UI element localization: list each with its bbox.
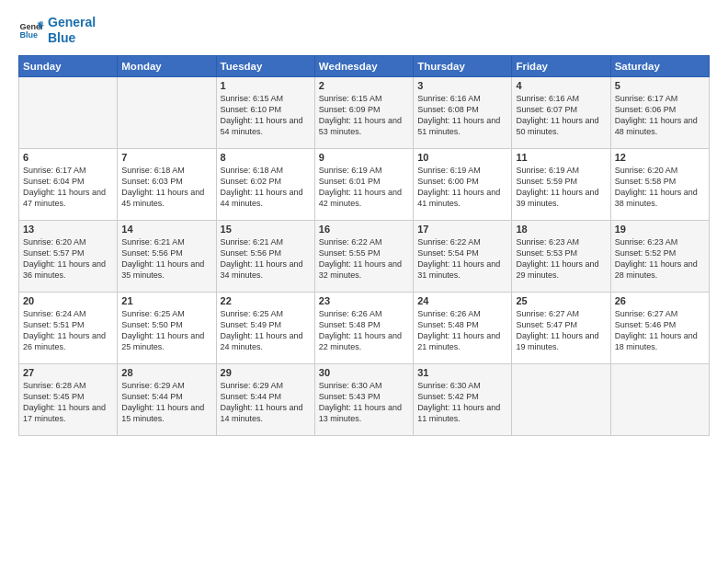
cell-info: Sunrise: 6:16 AMSunset: 6:08 PMDaylight:… [417,93,507,138]
calendar-cell [512,363,610,435]
cell-info: Sunrise: 6:15 AMSunset: 6:10 PMDaylight:… [221,93,311,138]
day-number: 28 [121,367,211,378]
day-number: 21 [121,295,211,306]
day-number: 26 [615,295,705,306]
cell-info: Sunrise: 6:18 AMSunset: 6:02 PMDaylight:… [221,165,311,210]
header-friday: Friday [512,55,610,76]
calendar-cell: 15Sunrise: 6:21 AMSunset: 5:56 PMDayligh… [216,220,314,292]
day-number: 16 [319,224,409,235]
calendar-cell: 30Sunrise: 6:30 AMSunset: 5:43 PMDayligh… [314,363,413,435]
cell-info: Sunrise: 6:27 AMSunset: 5:47 PMDaylight:… [516,308,606,353]
calendar-cell: 23Sunrise: 6:26 AMSunset: 5:48 PMDayligh… [314,292,413,363]
cell-info: Sunrise: 6:19 AMSunset: 6:01 PMDaylight:… [319,165,409,210]
cell-info: Sunrise: 6:19 AMSunset: 5:59 PMDaylight:… [516,165,606,210]
cell-info: Sunrise: 6:25 AMSunset: 5:50 PMDaylight:… [121,308,211,353]
cell-info: Sunrise: 6:24 AMSunset: 5:51 PMDaylight:… [23,308,113,353]
day-number: 18 [516,224,606,235]
calendar-cell: 17Sunrise: 6:22 AMSunset: 5:54 PMDayligh… [414,220,512,292]
calendar-cell: 10Sunrise: 6:19 AMSunset: 6:00 PMDayligh… [414,148,512,220]
cell-info: Sunrise: 6:21 AMSunset: 5:56 PMDaylight:… [121,236,211,282]
header-saturday: Saturday [610,55,709,76]
day-number: 12 [615,152,705,163]
calendar-cell: 26Sunrise: 6:27 AMSunset: 5:46 PMDayligh… [610,292,709,363]
cell-info: Sunrise: 6:29 AMSunset: 5:44 PMDaylight:… [121,380,211,425]
logo-text: GeneralBlue [48,15,96,46]
day-number: 5 [615,80,705,91]
cell-info: Sunrise: 6:20 AMSunset: 5:58 PMDaylight:… [615,165,705,210]
calendar-cell [118,76,216,148]
calendar-cell: 2Sunrise: 6:15 AMSunset: 6:09 PMDaylight… [314,76,413,148]
day-number: 19 [615,224,705,235]
calendar-cell: 21Sunrise: 6:25 AMSunset: 5:50 PMDayligh… [118,292,216,363]
day-number: 24 [417,295,507,306]
calendar-cell: 20Sunrise: 6:24 AMSunset: 5:51 PMDayligh… [19,292,118,363]
day-number: 22 [221,295,311,306]
cell-info: Sunrise: 6:17 AMSunset: 6:04 PMDaylight:… [23,165,113,210]
cell-info: Sunrise: 6:26 AMSunset: 5:48 PMDaylight:… [319,308,409,353]
header-wednesday: Wednesday [314,55,413,76]
cell-info: Sunrise: 6:17 AMSunset: 6:06 PMDaylight:… [615,93,705,138]
cell-info: Sunrise: 6:30 AMSunset: 5:43 PMDaylight:… [319,380,409,425]
calendar-cell: 31Sunrise: 6:30 AMSunset: 5:42 PMDayligh… [414,363,512,435]
calendar-cell: 27Sunrise: 6:28 AMSunset: 5:45 PMDayligh… [19,363,118,435]
cell-info: Sunrise: 6:23 AMSunset: 5:53 PMDaylight:… [516,236,606,282]
day-number: 9 [319,152,409,163]
calendar-cell: 14Sunrise: 6:21 AMSunset: 5:56 PMDayligh… [118,220,216,292]
day-number: 13 [23,224,113,235]
day-number: 25 [516,295,606,306]
calendar-table: SundayMondayTuesdayWednesdayThursdayFrid… [18,55,710,436]
day-number: 6 [23,152,113,163]
cell-info: Sunrise: 6:30 AMSunset: 5:42 PMDaylight:… [417,380,507,425]
calendar-cell: 9Sunrise: 6:19 AMSunset: 6:01 PMDaylight… [314,148,413,220]
calendar-cell: 8Sunrise: 6:18 AMSunset: 6:02 PMDaylight… [216,148,314,220]
cell-info: Sunrise: 6:18 AMSunset: 6:03 PMDaylight:… [121,165,211,210]
calendar-week-5: 27Sunrise: 6:28 AMSunset: 5:45 PMDayligh… [19,363,710,435]
logo-icon: General Blue [18,17,44,43]
calendar-cell: 22Sunrise: 6:25 AMSunset: 5:49 PMDayligh… [216,292,314,363]
calendar-cell: 7Sunrise: 6:18 AMSunset: 6:03 PMDaylight… [118,148,216,220]
cell-info: Sunrise: 6:25 AMSunset: 5:49 PMDaylight:… [221,308,311,353]
calendar-cell: 12Sunrise: 6:20 AMSunset: 5:58 PMDayligh… [610,148,709,220]
day-number: 29 [221,367,311,378]
cell-info: Sunrise: 6:22 AMSunset: 5:55 PMDaylight:… [319,236,409,282]
calendar-week-3: 13Sunrise: 6:20 AMSunset: 5:57 PMDayligh… [19,220,710,292]
day-number: 31 [417,367,507,378]
cell-info: Sunrise: 6:19 AMSunset: 6:00 PMDaylight:… [417,165,507,210]
cell-info: Sunrise: 6:15 AMSunset: 6:09 PMDaylight:… [319,93,409,138]
day-number: 15 [221,224,311,235]
calendar-cell: 24Sunrise: 6:26 AMSunset: 5:48 PMDayligh… [414,292,512,363]
cell-info: Sunrise: 6:28 AMSunset: 5:45 PMDaylight:… [23,380,113,425]
calendar-cell: 29Sunrise: 6:29 AMSunset: 5:44 PMDayligh… [216,363,314,435]
day-number: 1 [221,80,311,91]
calendar-week-2: 6Sunrise: 6:17 AMSunset: 6:04 PMDaylight… [19,148,710,220]
calendar-cell: 6Sunrise: 6:17 AMSunset: 6:04 PMDaylight… [19,148,118,220]
day-number: 2 [319,80,409,91]
day-number: 17 [417,224,507,235]
calendar-cell: 3Sunrise: 6:16 AMSunset: 6:08 PMDaylight… [414,76,512,148]
cell-info: Sunrise: 6:27 AMSunset: 5:46 PMDaylight:… [615,308,705,353]
calendar-cell: 1Sunrise: 6:15 AMSunset: 6:10 PMDaylight… [216,76,314,148]
day-number: 3 [417,80,507,91]
calendar-cell [610,363,709,435]
calendar-cell: 11Sunrise: 6:19 AMSunset: 5:59 PMDayligh… [512,148,610,220]
day-number: 14 [121,224,211,235]
calendar-cell [19,76,118,148]
calendar-header-row: SundayMondayTuesdayWednesdayThursdayFrid… [19,55,710,76]
calendar-cell: 13Sunrise: 6:20 AMSunset: 5:57 PMDayligh… [19,220,118,292]
calendar-week-4: 20Sunrise: 6:24 AMSunset: 5:51 PMDayligh… [19,292,710,363]
calendar-cell: 25Sunrise: 6:27 AMSunset: 5:47 PMDayligh… [512,292,610,363]
calendar-cell: 28Sunrise: 6:29 AMSunset: 5:44 PMDayligh… [118,363,216,435]
day-number: 4 [516,80,606,91]
cell-info: Sunrise: 6:29 AMSunset: 5:44 PMDaylight:… [221,380,311,425]
header-monday: Monday [118,55,216,76]
cell-info: Sunrise: 6:20 AMSunset: 5:57 PMDaylight:… [23,236,113,282]
cell-info: Sunrise: 6:26 AMSunset: 5:48 PMDaylight:… [417,308,507,353]
cell-info: Sunrise: 6:22 AMSunset: 5:54 PMDaylight:… [417,236,507,282]
calendar-cell: 5Sunrise: 6:17 AMSunset: 6:06 PMDaylight… [610,76,709,148]
cell-info: Sunrise: 6:16 AMSunset: 6:07 PMDaylight:… [516,93,606,138]
calendar-week-1: 1Sunrise: 6:15 AMSunset: 6:10 PMDaylight… [19,76,710,148]
calendar-cell: 19Sunrise: 6:23 AMSunset: 5:52 PMDayligh… [610,220,709,292]
day-number: 20 [23,295,113,306]
day-number: 8 [221,152,311,163]
cell-info: Sunrise: 6:23 AMSunset: 5:52 PMDaylight:… [615,236,705,282]
